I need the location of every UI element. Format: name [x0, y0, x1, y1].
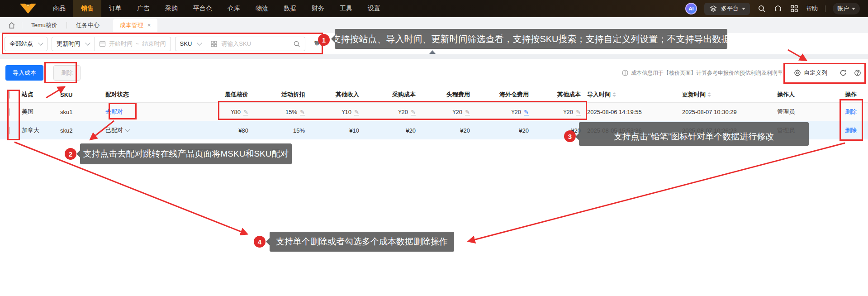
nav-item-data[interactable]: 数据 — [276, 0, 304, 17]
pair-status-dropdown[interactable]: 已配对 — [105, 126, 200, 134]
account-label: 账户 — [837, 5, 849, 13]
nav-item-products[interactable]: 商品 — [45, 0, 73, 17]
time-filter-group: 更新时间 开始时间 ~ 结束时间 — [52, 37, 171, 51]
help-icon[interactable] — [853, 68, 862, 77]
edit-pencil-icon[interactable]: ✎ — [411, 109, 416, 115]
delete-button-disabled[interactable]: 删除 — [53, 65, 81, 81]
tab-bar-inner: Temu核价 任务中心 成本管理 × — [0, 17, 157, 33]
site-filter-value: 全部站点 — [9, 40, 33, 48]
cost-management-screen: 商品 销售 订单 广告 采购 平台仓 仓库 物流 数据 财务 工具 设置 AI … — [0, 0, 868, 296]
nav-item-platform-warehouse[interactable]: 平台仓 — [185, 0, 220, 17]
apps-grid-icon[interactable] — [790, 4, 799, 13]
annotation-tooltip-3: 支持点击“铅笔”图标针对单个数据进行修改 — [579, 122, 809, 146]
delete-row-link[interactable]: 删除 — [845, 108, 857, 115]
refresh-icon[interactable] — [839, 68, 848, 77]
platform-label: 多平台 — [721, 5, 739, 13]
headset-support-icon[interactable] — [773, 4, 783, 13]
home-icon[interactable] — [8, 22, 15, 29]
delete-row-link[interactable]: 删除 — [845, 127, 857, 134]
nav-item-orders[interactable]: 订单 — [101, 0, 129, 17]
content-card: 导入成本 删除 成本信息用于【核价页面】计算参考申报价的预估利润及利润率 — [0, 59, 868, 296]
cell-discount: 15% — [255, 127, 311, 134]
row-checkbox[interactable] — [9, 108, 10, 116]
table-header-row: 站点 SKU 配对状态 最低核价 活动折扣 其他收入 采购成本 头程费用 海外仓… — [0, 87, 868, 103]
chevron-down-icon — [197, 40, 202, 45]
table-row: 美国 sku1 去配对 ¥80✎ 15%✎ ¥10✎ ¥20✎ ¥20✎ ¥20… — [0, 103, 868, 121]
import-cost-button[interactable]: 导入成本 — [5, 65, 43, 81]
cell-sku: sku1 — [60, 109, 105, 115]
sku-search-group: SKU — [175, 37, 306, 51]
nav-item-finance[interactable]: 财务 — [304, 0, 332, 17]
sku-search-input[interactable] — [220, 40, 290, 48]
sku-type-value: SKU — [180, 40, 192, 47]
col-header-action: 操作 — [831, 91, 863, 99]
batch-grid-icon[interactable] — [211, 41, 217, 47]
sku-search-field — [206, 37, 305, 51]
site-filter-select[interactable]: 全部站点 — [5, 37, 47, 51]
edit-pencil-icon-active[interactable]: ✎ — [524, 109, 529, 115]
row-checkbox[interactable] — [9, 127, 10, 134]
pair-action-link[interactable]: 去配对 — [105, 108, 123, 115]
search-icon[interactable] — [757, 4, 766, 13]
chevron-down-icon — [742, 8, 745, 10]
date-range-picker[interactable]: 开始时间 ~ 结束时间 — [95, 37, 171, 51]
chevron-down-icon — [38, 40, 43, 45]
nav-divider — [825, 5, 825, 12]
nav-item-tools[interactable]: 工具 — [332, 0, 360, 17]
help-link[interactable]: 帮助 — [806, 5, 818, 13]
info-icon — [622, 70, 628, 76]
tab-cost-management-active[interactable]: 成本管理 × — [113, 19, 158, 32]
fox-logo-icon[interactable] — [19, 0, 37, 17]
close-tab-icon[interactable]: × — [147, 22, 151, 29]
sku-type-select[interactable]: SKU — [175, 37, 206, 51]
cell-other-income: ¥10 — [342, 109, 351, 115]
cell-site: 美国 — [22, 108, 60, 116]
nav-item-ads[interactable]: 广告 — [129, 0, 157, 17]
nav-item-settings[interactable]: 设置 — [360, 0, 388, 17]
annotation-text: 支持按站点、导入时间、更新时间筛选查看，支持按SKU搜索；支持自定义列设置；不支… — [332, 33, 730, 45]
annotation-text: 支持单个删除或者勾选多个成本数据删除操作 — [276, 236, 448, 248]
annotation-tooltip-4: 支持单个删除或者勾选多个成本数据删除操作 — [270, 232, 454, 252]
layers-icon — [709, 4, 718, 13]
col-header-site: 站点 — [22, 91, 60, 99]
custom-columns-button[interactable]: 自定义列 — [794, 69, 827, 77]
annotation-text: 支持点击“铅笔”图标针对单个数据进行修改 — [614, 131, 774, 143]
col-header-purchase-cost: 采购成本 — [365, 91, 422, 99]
toolbar-divider — [833, 69, 833, 76]
col-header-operator: 操作人 — [777, 91, 831, 99]
tab-temu-pricing[interactable]: Temu核价 — [28, 21, 60, 29]
time-type-select[interactable]: 更新时间 — [52, 37, 94, 51]
cost-info-note: 成本信息用于【核价页面】计算参考申报价的预估利润及利润率 — [622, 69, 783, 77]
multi-platform-switcher[interactable]: 多平台 — [704, 3, 750, 15]
filter-collapse-caret[interactable] — [429, 50, 436, 54]
search-submit-icon[interactable] — [293, 40, 300, 48]
select-all-checkbox[interactable] — [9, 91, 10, 99]
col-header-other-income: 其他收入 — [311, 91, 365, 99]
ai-assistant-button[interactable]: AI — [685, 3, 697, 14]
nav-item-logistics[interactable]: 物流 — [248, 0, 276, 17]
annotation-badge-2: 2 — [65, 148, 76, 160]
col-header-import-time: 导入时间 — [587, 91, 611, 99]
sort-icon — [707, 92, 711, 97]
edit-pencil-icon[interactable]: ✎ — [300, 109, 305, 115]
col-header-update-time-sortable[interactable]: 更新时间 — [682, 91, 777, 99]
custom-columns-label: 自定义列 — [804, 69, 827, 77]
start-date-placeholder: 开始时间 — [109, 40, 133, 48]
edit-pencil-icon[interactable]: ✎ — [354, 109, 359, 115]
edit-pencil-icon[interactable]: ✎ — [243, 109, 248, 115]
sort-icon — [612, 92, 616, 97]
cell-first-leg: ¥20 — [422, 127, 476, 134]
toolbar-right: 成本信息用于【核价页面】计算参考申报价的预估利润及利润率 自定义列 — [622, 68, 862, 77]
edit-pencil-icon[interactable]: ✎ — [576, 109, 581, 115]
tab-task-center[interactable]: 任务中心 — [73, 21, 102, 29]
account-menu[interactable]: 账户 — [833, 3, 860, 14]
section-gap — [0, 54, 868, 59]
edit-pencil-icon[interactable]: ✎ — [465, 109, 470, 115]
cell-min-price: ¥80 — [231, 109, 241, 115]
nav-item-purchasing[interactable]: 采购 — [157, 0, 185, 17]
nav-item-warehouse[interactable]: 仓库 — [220, 0, 248, 17]
nav-item-sales[interactable]: 销售 — [73, 0, 101, 17]
col-header-import-time-sortable[interactable]: 导入时间 — [587, 91, 682, 99]
chevron-down-icon — [125, 127, 130, 132]
cell-sku: sku2 — [60, 127, 105, 134]
